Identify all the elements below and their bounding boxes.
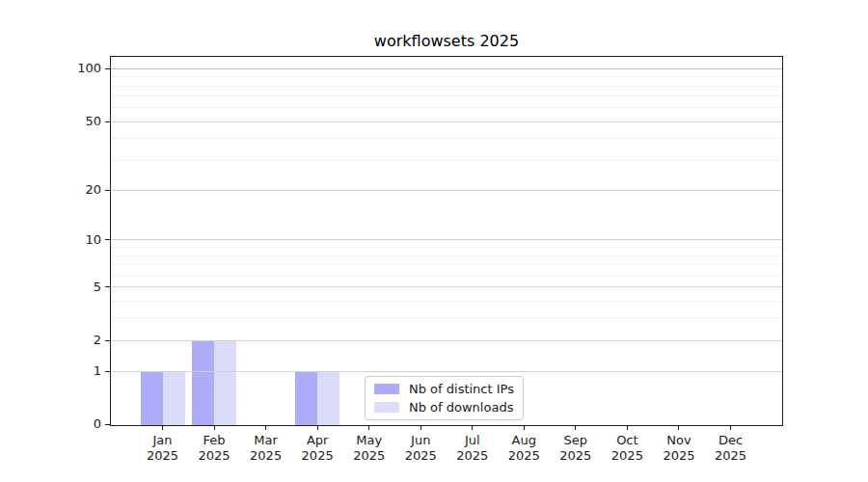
bar-feb-nb-of-downloads xyxy=(214,340,236,425)
gridline-y-90 xyxy=(111,76,782,77)
legend-label: Nb of downloads xyxy=(409,400,513,415)
gridline-y-20 xyxy=(111,190,782,191)
x-tick-mark-mar xyxy=(265,425,266,430)
gridline-y-80 xyxy=(111,86,782,87)
x-tick-mark-feb xyxy=(214,425,215,430)
chart-title: workflowsets 2025 xyxy=(110,32,783,50)
gridline-y-10 xyxy=(111,239,782,240)
legend-item-downloads: Nb of downloads xyxy=(374,399,514,415)
legend-swatch xyxy=(374,402,399,413)
x-tick-mark-jun xyxy=(420,425,421,430)
y-tick-label-20: 20 xyxy=(59,181,101,199)
gridline-y-4 xyxy=(111,301,782,302)
y-tick-mark-1 xyxy=(105,371,110,372)
y-tick-label-50: 50 xyxy=(59,113,101,130)
gridline-y-40 xyxy=(111,138,782,139)
y-tick-mark-5 xyxy=(105,286,110,287)
gridline-y-50 xyxy=(111,121,782,122)
y-tick-label-0: 0 xyxy=(59,415,101,433)
y-tick-label-2: 2 xyxy=(59,332,101,349)
x-tick-label-dec: Dec 2025 xyxy=(699,433,761,463)
bar-feb-nb-of-distinct-ips xyxy=(192,340,214,425)
gridline-y-70 xyxy=(111,95,782,96)
plot-area: Nb of distinct IPs Nb of downloads 01251… xyxy=(110,56,783,426)
y-tick-mark-50 xyxy=(105,121,110,122)
bar-jan-nb-of-distinct-ips xyxy=(141,371,163,425)
gridline-y-5 xyxy=(111,286,782,287)
gridline-y-100 xyxy=(111,68,782,69)
x-tick-mark-jul xyxy=(472,425,473,430)
y-tick-label-1: 1 xyxy=(59,362,101,380)
x-tick-mark-dec xyxy=(730,425,731,430)
y-tick-mark-2 xyxy=(105,340,110,341)
x-tick-mark-jan xyxy=(162,425,163,430)
x-tick-mark-oct xyxy=(627,425,628,430)
x-tick-mark-sep xyxy=(575,425,576,430)
gridline-y-8 xyxy=(111,255,782,256)
gridline-y-3 xyxy=(111,317,782,318)
legend-swatch xyxy=(374,384,399,394)
y-tick-mark-10 xyxy=(105,239,110,240)
legend-item-distinct-ips: Nb of distinct IPs xyxy=(374,381,514,397)
gridline-y-60 xyxy=(111,107,782,108)
bar-apr-nb-of-distinct-ips xyxy=(295,371,317,425)
legend-label: Nb of distinct IPs xyxy=(409,382,514,396)
gridline-y-7 xyxy=(111,264,782,265)
x-tick-mark-apr xyxy=(317,425,318,430)
y-tick-mark-20 xyxy=(105,190,110,191)
y-tick-label-100: 100 xyxy=(59,60,101,77)
y-tick-label-10: 10 xyxy=(59,231,101,249)
gridline-y-30 xyxy=(111,160,782,161)
x-tick-mark-nov xyxy=(678,425,679,430)
figure: workflowsets 2025 Nb of distinct IPs Nb … xyxy=(0,0,868,482)
gridline-y-9 xyxy=(111,247,782,248)
bar-jan-nb-of-downloads xyxy=(163,371,185,425)
x-tick-mark-may xyxy=(368,425,369,430)
gridline-y-6 xyxy=(111,275,782,276)
gridline-y-2 xyxy=(111,340,782,341)
legend: Nb of distinct IPs Nb of downloads xyxy=(365,376,524,420)
y-tick-label-5: 5 xyxy=(59,279,101,296)
y-tick-mark-0 xyxy=(105,424,110,425)
x-tick-mark-aug xyxy=(524,425,525,430)
bar-apr-nb-of-downloads xyxy=(317,371,339,425)
y-tick-mark-100 xyxy=(105,68,110,69)
gridline-y-1 xyxy=(111,371,782,372)
